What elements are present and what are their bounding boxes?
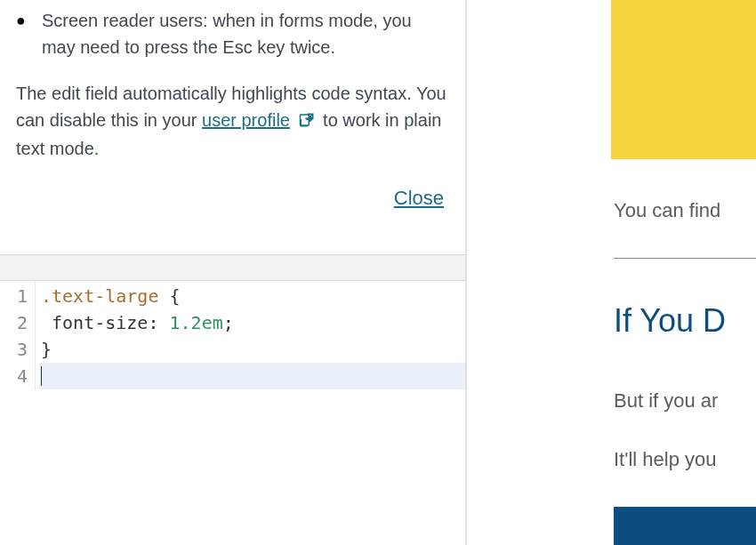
preview-divider <box>614 258 756 259</box>
editor-code-area[interactable]: .text-large { font-size: 1.2em;} <box>36 281 465 389</box>
editor-gutter: 1234 <box>0 281 36 389</box>
code-line[interactable]: } <box>39 336 465 363</box>
help-bullet-item: ● Screen reader users: when in forms mod… <box>16 0 449 60</box>
code-line[interactable] <box>39 363 465 389</box>
blue-decorative-block <box>614 507 756 545</box>
editor-toolbar-separator <box>0 254 465 281</box>
preview-text-but: But if you ar <box>614 389 718 413</box>
help-bullet-text: Screen reader users: when in forms mode,… <box>42 7 449 60</box>
user-profile-link[interactable]: user profile <box>202 110 290 130</box>
bullet-marker: ● <box>16 9 26 33</box>
help-text-area: ● Screen reader users: when in forms mod… <box>0 0 465 226</box>
yellow-decorative-block <box>611 0 756 159</box>
gutter-line-number: 4 <box>7 363 28 389</box>
preview-text-find: You can find <box>614 199 720 222</box>
gutter-line-number: 1 <box>7 283 28 309</box>
preview-text-help: It'll help you <box>614 448 717 471</box>
left-panel: ● Screen reader users: when in forms mod… <box>0 0 467 545</box>
editor-cursor <box>41 366 42 386</box>
help-paragraph: The edit field automatically highlights … <box>16 80 449 162</box>
close-link-row: Close <box>16 180 449 210</box>
external-link-icon <box>299 108 315 135</box>
close-link[interactable]: Close <box>394 187 444 209</box>
gutter-line-number: 3 <box>7 336 28 363</box>
code-line[interactable]: font-size: 1.2em; <box>39 309 465 336</box>
preview-heading: If You D <box>614 302 726 340</box>
code-line[interactable]: .text-large { <box>39 283 465 309</box>
code-editor[interactable]: 1234 .text-large { font-size: 1.2em;} <box>0 281 465 389</box>
gutter-line-number: 2 <box>7 309 28 336</box>
